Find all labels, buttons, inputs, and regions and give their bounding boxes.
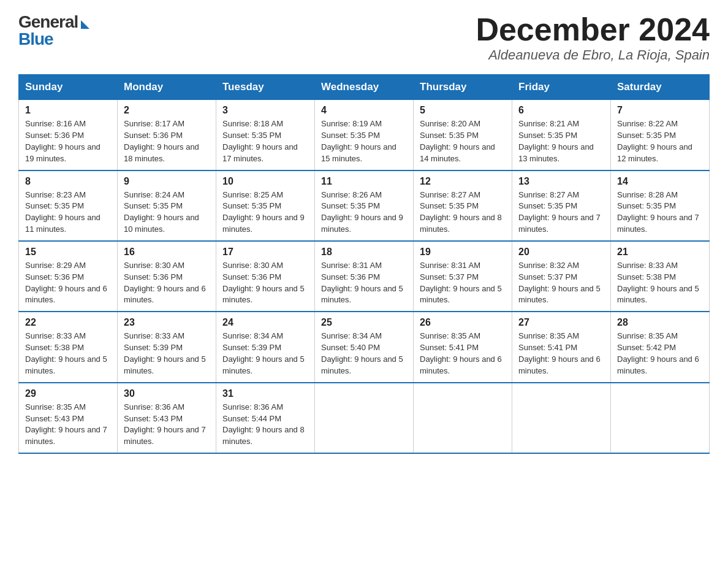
day-info: Sunrise: 8:36 AMSunset: 5:44 PMDaylight:… — [222, 402, 308, 448]
calendar-cell: 27 Sunrise: 8:35 AMSunset: 5:41 PMDaylig… — [512, 312, 611, 382]
day-info: Sunrise: 8:26 AMSunset: 5:35 PMDaylight:… — [321, 190, 407, 236]
day-number: 29 — [25, 388, 111, 399]
day-number: 20 — [518, 247, 604, 258]
calendar-cell: 17 Sunrise: 8:30 AMSunset: 5:36 PMDaylig… — [216, 241, 315, 312]
day-info: Sunrise: 8:35 AMSunset: 5:42 PMDaylight:… — [617, 331, 703, 377]
day-number: 4 — [321, 105, 407, 116]
day-info: Sunrise: 8:28 AMSunset: 5:35 PMDaylight:… — [617, 190, 703, 236]
day-number: 18 — [321, 247, 407, 258]
day-info: Sunrise: 8:19 AMSunset: 5:35 PMDaylight:… — [321, 118, 407, 164]
day-number: 31 — [222, 388, 308, 399]
day-number: 28 — [617, 317, 703, 328]
day-info: Sunrise: 8:23 AMSunset: 5:35 PMDaylight:… — [25, 190, 111, 236]
logo-blue-text: Blue — [18, 29, 53, 49]
calendar-cell: 8 Sunrise: 8:23 AMSunset: 5:35 PMDayligh… — [19, 170, 118, 241]
day-number: 17 — [222, 247, 308, 258]
page-header: General Blue December 2024 Aldeanueva de… — [18, 12, 710, 63]
calendar-cell: 23 Sunrise: 8:33 AMSunset: 5:39 PMDaylig… — [118, 312, 216, 382]
day-number: 13 — [518, 176, 604, 187]
day-info: Sunrise: 8:29 AMSunset: 5:36 PMDaylight:… — [25, 260, 111, 306]
day-info: Sunrise: 8:33 AMSunset: 5:39 PMDaylight:… — [124, 331, 210, 377]
calendar-cell: 21 Sunrise: 8:33 AMSunset: 5:38 PMDaylig… — [611, 241, 710, 312]
day-number: 15 — [25, 247, 111, 258]
day-number: 30 — [124, 388, 210, 399]
day-info: Sunrise: 8:35 AMSunset: 5:41 PMDaylight:… — [518, 331, 604, 377]
day-info: Sunrise: 8:31 AMSunset: 5:37 PMDaylight:… — [420, 260, 506, 306]
calendar-cell: 18 Sunrise: 8:31 AMSunset: 5:36 PMDaylig… — [315, 241, 414, 312]
day-info: Sunrise: 8:27 AMSunset: 5:35 PMDaylight:… — [518, 190, 604, 236]
day-info: Sunrise: 8:16 AMSunset: 5:36 PMDaylight:… — [25, 118, 111, 164]
calendar-cell: 14 Sunrise: 8:28 AMSunset: 5:35 PMDaylig… — [611, 170, 710, 241]
calendar-cell: 16 Sunrise: 8:30 AMSunset: 5:36 PMDaylig… — [118, 241, 216, 312]
calendar-cell: 3 Sunrise: 8:18 AMSunset: 5:35 PMDayligh… — [216, 100, 315, 170]
calendar-cell: 25 Sunrise: 8:34 AMSunset: 5:40 PMDaylig… — [315, 312, 414, 382]
day-number: 22 — [25, 317, 111, 328]
week-row-1: 1 Sunrise: 8:16 AMSunset: 5:36 PMDayligh… — [19, 100, 710, 170]
week-row-4: 22 Sunrise: 8:33 AMSunset: 5:38 PMDaylig… — [19, 312, 710, 382]
day-info: Sunrise: 8:34 AMSunset: 5:40 PMDaylight:… — [321, 331, 407, 377]
calendar-cell: 31 Sunrise: 8:36 AMSunset: 5:44 PMDaylig… — [216, 383, 315, 453]
day-number: 14 — [617, 176, 703, 187]
day-number: 11 — [321, 176, 407, 187]
day-number: 23 — [124, 317, 210, 328]
calendar-cell: 13 Sunrise: 8:27 AMSunset: 5:35 PMDaylig… — [512, 170, 611, 241]
week-row-2: 8 Sunrise: 8:23 AMSunset: 5:35 PMDayligh… — [19, 170, 710, 241]
calendar-cell — [512, 383, 611, 453]
week-row-5: 29 Sunrise: 8:35 AMSunset: 5:43 PMDaylig… — [19, 383, 710, 453]
month-title: December 2024 — [476, 12, 710, 47]
calendar-table: SundayMondayTuesdayWednesdayThursdayFrid… — [18, 74, 710, 454]
header-sunday: Sunday — [19, 75, 118, 100]
calendar-cell: 10 Sunrise: 8:25 AMSunset: 5:35 PMDaylig… — [216, 170, 315, 241]
day-info: Sunrise: 8:18 AMSunset: 5:35 PMDaylight:… — [222, 118, 308, 164]
week-row-3: 15 Sunrise: 8:29 AMSunset: 5:36 PMDaylig… — [19, 241, 710, 312]
calendar-cell: 30 Sunrise: 8:36 AMSunset: 5:43 PMDaylig… — [118, 383, 216, 453]
header-wednesday: Wednesday — [315, 75, 414, 100]
calendar-cell: 22 Sunrise: 8:33 AMSunset: 5:38 PMDaylig… — [19, 312, 118, 382]
day-info: Sunrise: 8:35 AMSunset: 5:41 PMDaylight:… — [420, 331, 506, 377]
day-number: 5 — [420, 105, 506, 116]
day-info: Sunrise: 8:21 AMSunset: 5:35 PMDaylight:… — [518, 118, 604, 164]
calendar-cell: 12 Sunrise: 8:27 AMSunset: 5:35 PMDaylig… — [414, 170, 512, 241]
calendar-header: SundayMondayTuesdayWednesdayThursdayFrid… — [19, 75, 710, 100]
day-info: Sunrise: 8:17 AMSunset: 5:36 PMDaylight:… — [124, 118, 210, 164]
header-tuesday: Tuesday — [216, 75, 315, 100]
day-number: 19 — [420, 247, 506, 258]
calendar-cell: 7 Sunrise: 8:22 AMSunset: 5:35 PMDayligh… — [611, 100, 710, 170]
day-info: Sunrise: 8:22 AMSunset: 5:35 PMDaylight:… — [617, 118, 703, 164]
day-info: Sunrise: 8:27 AMSunset: 5:35 PMDaylight:… — [420, 190, 506, 236]
day-number: 8 — [25, 176, 111, 187]
calendar-cell: 28 Sunrise: 8:35 AMSunset: 5:42 PMDaylig… — [611, 312, 710, 382]
day-number: 16 — [124, 247, 210, 258]
day-number: 7 — [617, 105, 703, 116]
calendar-cell: 5 Sunrise: 8:20 AMSunset: 5:35 PMDayligh… — [414, 100, 512, 170]
calendar-cell: 6 Sunrise: 8:21 AMSunset: 5:35 PMDayligh… — [512, 100, 611, 170]
calendar-cell: 1 Sunrise: 8:16 AMSunset: 5:36 PMDayligh… — [19, 100, 118, 170]
title-area: December 2024 Aldeanueva de Ebro, La Rio… — [476, 12, 710, 63]
calendar-cell: 2 Sunrise: 8:17 AMSunset: 5:36 PMDayligh… — [118, 100, 216, 170]
header-row: SundayMondayTuesdayWednesdayThursdayFrid… — [19, 75, 710, 100]
header-monday: Monday — [118, 75, 216, 100]
calendar-cell: 4 Sunrise: 8:19 AMSunset: 5:35 PMDayligh… — [315, 100, 414, 170]
calendar-cell: 11 Sunrise: 8:26 AMSunset: 5:35 PMDaylig… — [315, 170, 414, 241]
day-number: 3 — [222, 105, 308, 116]
day-number: 26 — [420, 317, 506, 328]
calendar-cell — [414, 383, 512, 453]
day-number: 6 — [518, 105, 604, 116]
header-saturday: Saturday — [611, 75, 710, 100]
day-number: 25 — [321, 317, 407, 328]
day-number: 2 — [124, 105, 210, 116]
logo: General Blue — [18, 12, 89, 49]
day-info: Sunrise: 8:25 AMSunset: 5:35 PMDaylight:… — [222, 190, 308, 236]
header-friday: Friday — [512, 75, 611, 100]
calendar-cell: 20 Sunrise: 8:32 AMSunset: 5:37 PMDaylig… — [512, 241, 611, 312]
day-number: 12 — [420, 176, 506, 187]
header-thursday: Thursday — [414, 75, 512, 100]
day-number: 10 — [222, 176, 308, 187]
day-info: Sunrise: 8:24 AMSunset: 5:35 PMDaylight:… — [124, 190, 210, 236]
calendar-cell: 15 Sunrise: 8:29 AMSunset: 5:36 PMDaylig… — [19, 241, 118, 312]
day-info: Sunrise: 8:20 AMSunset: 5:35 PMDaylight:… — [420, 118, 506, 164]
day-info: Sunrise: 8:33 AMSunset: 5:38 PMDaylight:… — [25, 331, 111, 377]
calendar-cell — [611, 383, 710, 453]
calendar-cell — [315, 383, 414, 453]
calendar-cell: 19 Sunrise: 8:31 AMSunset: 5:37 PMDaylig… — [414, 241, 512, 312]
